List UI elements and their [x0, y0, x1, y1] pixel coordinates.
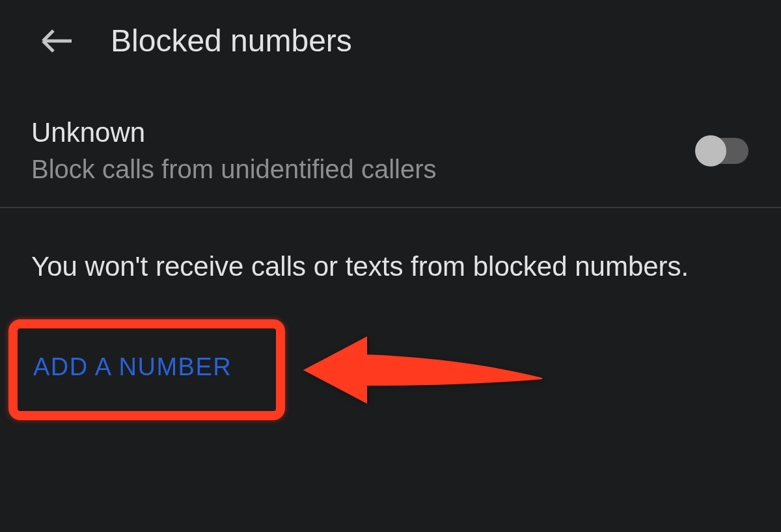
setting-title: Unknown	[31, 117, 436, 148]
setting-subtitle: Block calls from unidentified callers	[31, 155, 436, 184]
arrow-left-icon	[40, 28, 73, 54]
add-number-container: ADD A NUMBER	[8, 325, 781, 410]
page-title: Blocked numbers	[111, 23, 352, 59]
blocked-info-text: You won't receive calls or texts from bl…	[0, 208, 781, 289]
arrow-left-annotation-icon	[295, 328, 555, 412]
annotation-highlight-box	[8, 319, 285, 420]
annotation-arrow	[295, 328, 555, 415]
unknown-callers-toggle[interactable]	[698, 138, 748, 164]
toggle-knob	[695, 135, 726, 166]
back-button[interactable]	[40, 25, 73, 57]
header: Blocked numbers	[0, 0, 781, 91]
setting-text-group: Unknown Block calls from unidentified ca…	[31, 117, 436, 184]
setting-unknown-callers[interactable]: Unknown Block calls from unidentified ca…	[0, 91, 781, 207]
